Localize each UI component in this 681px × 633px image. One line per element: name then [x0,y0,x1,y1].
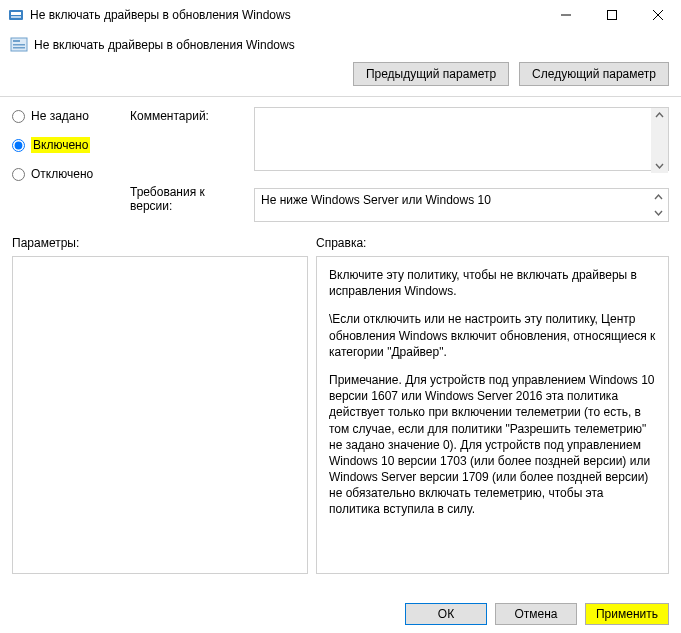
cancel-button[interactable]: Отмена [495,603,577,625]
comment-box-wrap [254,107,669,174]
radio-not-configured[interactable]: Не задано [12,109,116,123]
requirements-value: Не ниже Windows Server или Windows 10 [261,193,491,207]
svg-rect-4 [608,11,617,20]
requirements-box: Не ниже Windows Server или Windows 10 [254,188,669,222]
parameters-label: Параметры: [12,236,308,250]
scroll-down-icon[interactable] [655,161,664,170]
parameters-box [12,256,308,574]
scroll-up-icon[interactable] [654,193,663,202]
scroll-up-icon[interactable] [655,111,664,120]
app-icon [8,7,24,23]
state-radio-group: Не задано Включено Отключено [12,107,116,195]
help-paragraph: \Если отключить или не настроить эту пол… [329,311,656,360]
apply-button[interactable]: Применить [585,603,669,625]
ok-button[interactable]: ОК [405,603,487,625]
comment-textarea[interactable] [254,107,669,171]
nav-row: Предыдущий параметр Следующий параметр [0,58,681,97]
radio-disabled-input[interactable] [12,168,25,181]
svg-rect-9 [13,44,25,46]
svg-rect-8 [13,40,20,42]
radio-enabled-label: Включено [31,137,90,153]
minimize-button[interactable] [543,0,589,30]
help-box: Включите эту политику, чтобы не включать… [316,256,669,574]
help-paragraph: Примечание. Для устройств под управление… [329,372,656,518]
comment-label: Комментарий: [130,107,240,171]
svg-rect-1 [11,12,21,15]
title-bar: Не включать драйверы в обновления Window… [0,0,681,30]
svg-rect-10 [13,47,25,49]
radio-disabled-label: Отключено [31,167,93,181]
svg-rect-2 [11,16,21,18]
footer-buttons: ОК Отмена Применить [405,603,669,625]
previous-setting-button[interactable]: Предыдущий параметр [353,62,509,86]
radio-disabled[interactable]: Отключено [12,167,116,181]
radio-enabled[interactable]: Включено [12,137,116,153]
help-paragraph: Включите эту политику, чтобы не включать… [329,267,656,299]
radio-enabled-input[interactable] [12,139,25,152]
maximize-button[interactable] [589,0,635,30]
policy-header: Не включать драйверы в обновления Window… [0,30,681,58]
scroll-down-icon[interactable] [654,208,663,217]
window-title: Не включать драйверы в обновления Window… [30,8,543,22]
radio-not-configured-input[interactable] [12,110,25,123]
radio-not-configured-label: Не задано [31,109,89,123]
requirements-label: Требования к версии: [130,185,240,213]
next-setting-button[interactable]: Следующий параметр [519,62,669,86]
close-button[interactable] [635,0,681,30]
policy-title: Не включать драйверы в обновления Window… [34,38,295,52]
policy-icon [10,36,28,54]
help-label: Справка: [316,236,669,250]
